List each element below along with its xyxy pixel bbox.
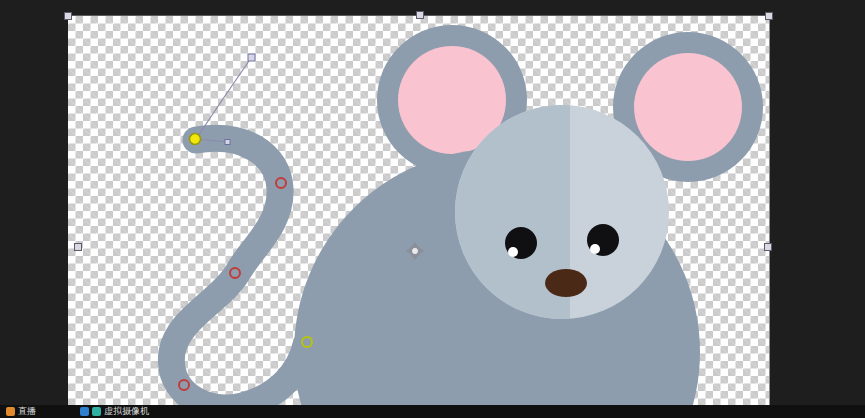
canvas-drawing-layer	[0, 0, 865, 418]
selection-handle-middle-left[interactable]	[75, 244, 82, 251]
mouse-tail-path[interactable]	[171, 138, 306, 408]
nose-shape[interactable]	[545, 269, 587, 297]
right-ear-inner-shape[interactable]	[634, 53, 742, 161]
taskbar-item-2[interactable]: 虚拟摄像机	[80, 405, 149, 418]
selection-handle-top-left[interactable]	[65, 13, 72, 20]
anchor-point-start-selected[interactable]	[190, 134, 201, 145]
selection-handle-top-right[interactable]	[766, 13, 773, 20]
taskbar-app-icon-blue[interactable]	[80, 407, 89, 416]
bezier-direction-handle[interactable]	[248, 54, 255, 61]
selection-handle-middle-right[interactable]	[765, 244, 772, 251]
editor-stage: 直播 虚拟摄像机	[0, 0, 865, 418]
left-eye-highlight	[508, 247, 518, 257]
taskbar-app-icon-teal[interactable]	[92, 407, 101, 416]
bezier-direction-handle-short[interactable]	[225, 140, 230, 145]
right-eye-highlight	[590, 244, 600, 254]
taskbar-item-label: 虚拟摄像机	[104, 405, 149, 418]
taskbar: 直播 虚拟摄像机	[0, 405, 865, 418]
taskbar-item-label: 直播	[18, 405, 36, 418]
taskbar-item-1[interactable]: 直播	[6, 405, 36, 418]
taskbar-app-icon-orange[interactable]	[6, 407, 15, 416]
selection-handle-top-middle[interactable]	[417, 12, 424, 19]
